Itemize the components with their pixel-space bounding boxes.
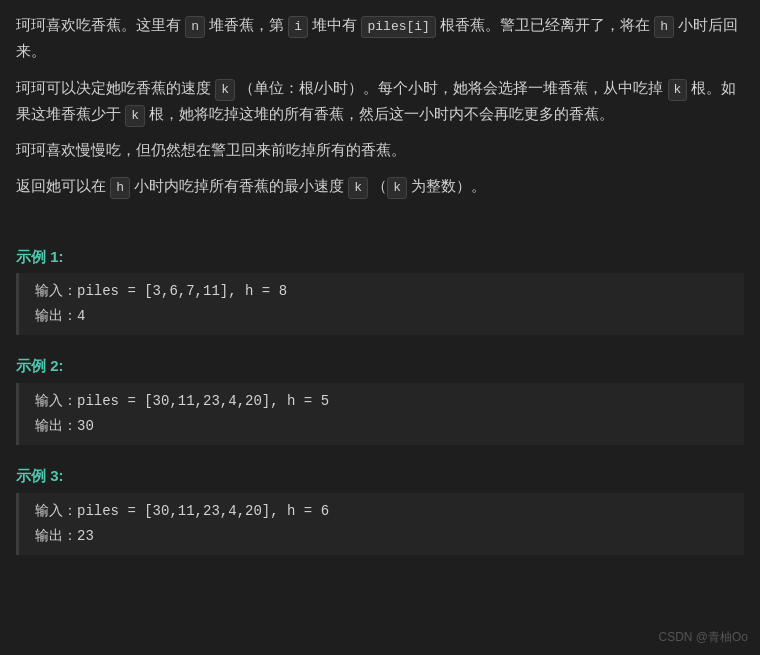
- example-1-input: 输入：piles = [3,6,7,11], h = 8: [35, 279, 728, 304]
- example-1-output: 输出：4: [35, 304, 728, 329]
- p1-text3: 堆中有: [308, 16, 361, 33]
- example-1-title: 示例 1:: [16, 244, 744, 270]
- main-content: 珂珂喜欢吃香蕉。这里有 n 堆香蕉，第 i 堆中有 piles[i] 根香蕉。警…: [16, 12, 744, 555]
- example-2: 示例 2: 输入：piles = [30,11,23,4,20], h = 5 …: [16, 353, 744, 445]
- p4-text3: （: [368, 177, 387, 194]
- paragraph-3: 珂珂喜欢慢慢吃，但仍然想在警卫回来前吃掉所有的香蕉。: [16, 137, 744, 163]
- p2-text4: 根，她将吃掉这堆的所有香蕉，然后这一小时内不会再吃更多的香蕉。: [145, 105, 614, 122]
- p4-text1: 返回她可以在: [16, 177, 110, 194]
- p2-code-k3: k: [125, 105, 145, 127]
- p2-code-k2: k: [668, 79, 688, 101]
- p2-code-k1: k: [215, 79, 235, 101]
- example-1: 示例 1: 输入：piles = [3,6,7,11], h = 8 输出：4: [16, 244, 744, 336]
- paragraph-4: 返回她可以在 h 小时内吃掉所有香蕉的最小速度 k （k 为整数）。: [16, 173, 744, 199]
- example-2-input: 输入：piles = [30,11,23,4,20], h = 5: [35, 389, 728, 414]
- p1-text2: 堆香蕉，第: [205, 16, 288, 33]
- p4-text2: 小时内吃掉所有香蕉的最小速度: [130, 177, 348, 194]
- paragraph-1: 珂珂喜欢吃香蕉。这里有 n 堆香蕉，第 i 堆中有 piles[i] 根香蕉。警…: [16, 12, 744, 65]
- example-3-input: 输入：piles = [30,11,23,4,20], h = 6: [35, 499, 728, 524]
- p1-text1: 珂珂喜欢吃香蕉。这里有: [16, 16, 185, 33]
- example-3-block: 输入：piles = [30,11,23,4,20], h = 6 输出：23: [16, 493, 744, 555]
- p1-code-h: h: [654, 16, 674, 38]
- p4-code-k1: k: [348, 177, 368, 199]
- example-3-output: 输出：23: [35, 524, 728, 549]
- example-3: 示例 3: 输入：piles = [30,11,23,4,20], h = 6 …: [16, 463, 744, 555]
- p4-code-k2: k: [387, 177, 407, 199]
- p1-code-i: i: [288, 16, 308, 38]
- p4-text4: 为整数）。: [407, 177, 486, 194]
- p1-code-n: n: [185, 16, 205, 38]
- example-2-output: 输出：30: [35, 414, 728, 439]
- example-2-title: 示例 2:: [16, 353, 744, 379]
- watermark: CSDN @青柚Oo: [658, 627, 748, 647]
- p1-text4: 根香蕉。警卫已经离开了，将在: [436, 16, 654, 33]
- p4-code-h: h: [110, 177, 130, 199]
- paragraph-2: 珂珂可以决定她吃香蕉的速度 k （单位：根/小时）。每个小时，她将会选择一堆香蕉…: [16, 75, 744, 128]
- example-1-block: 输入：piles = [3,6,7,11], h = 8 输出：4: [16, 273, 744, 335]
- p2-text2: （单位：根/小时）。每个小时，她将会选择一堆香蕉，从中吃掉: [235, 79, 668, 96]
- p1-code-piles: piles[i]: [361, 16, 435, 38]
- p3-text1: 珂珂喜欢慢慢吃，但仍然想在警卫回来前吃掉所有的香蕉。: [16, 141, 406, 158]
- example-3-title: 示例 3:: [16, 463, 744, 489]
- p2-text1: 珂珂可以决定她吃香蕉的速度: [16, 79, 215, 96]
- example-2-block: 输入：piles = [30,11,23,4,20], h = 5 输出：30: [16, 383, 744, 445]
